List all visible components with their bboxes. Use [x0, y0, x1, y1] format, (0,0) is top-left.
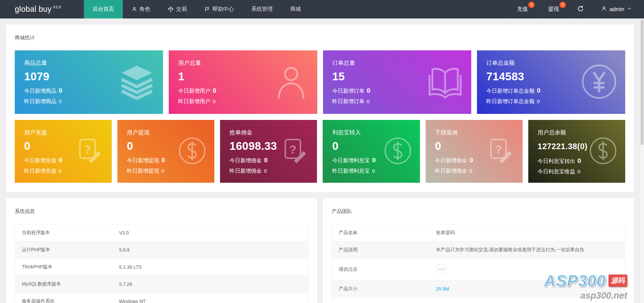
- subline-value: 0: [161, 157, 165, 164]
- nav-item-help-center[interactable]: 帮助中心: [196, 0, 243, 18]
- subline-value: 0: [59, 98, 61, 104]
- stats-cards-row1: 商品总量1079今日新增商品0昨日新增商品0用户总量1今日新增用户0昨日新增用户…: [15, 50, 625, 114]
- book-icon: [427, 63, 463, 101]
- system-info-row-label: 当前程序版本: [15, 224, 113, 242]
- subline-label: 今日利息宝收益: [538, 169, 575, 174]
- subline-value: 0: [372, 168, 375, 174]
- layers-icon: [119, 63, 155, 101]
- nav-item-label: 帮助中心: [212, 6, 234, 13]
- subline-label: 昨日新增用户: [178, 98, 210, 104]
- svg-text:?: ?: [84, 142, 92, 156]
- stat-card-label: 用户总余额: [538, 129, 625, 136]
- subline-label: 今日新增商品: [24, 88, 56, 94]
- subline-value: 0: [264, 157, 268, 164]
- stat-card-subline: 昨日新增佣金0: [229, 168, 317, 175]
- system-info-row-value: 5.1.38 LTS: [112, 259, 308, 276]
- product-team-row-value: 抢单源码: [429, 224, 625, 242]
- system-info-panel: 系统信息 当前程序版本V3.0运行PHP版本5.6.9ThinkPHP版本5.1…: [6, 198, 317, 303]
- product-team-row-label: 数据库: [332, 298, 430, 303]
- scrollbar-thumb[interactable]: [641, 19, 644, 145]
- subline-label: 今日新增订单: [332, 88, 365, 94]
- subline-label: 昨日新增订单: [332, 98, 365, 104]
- system-info-row-label: MySQL数据库版本: [15, 276, 113, 293]
- subline-label: 今日新增充值: [24, 158, 56, 163]
- subline-value: 0: [578, 157, 581, 164]
- user-menu[interactable]: admin: [592, 0, 644, 18]
- subline-value: 0: [578, 169, 580, 174]
- stat-card-label: 用户提现: [127, 129, 214, 136]
- nav-item-label: 后台首页: [93, 6, 114, 13]
- subline-value: 0: [537, 87, 541, 94]
- stat-card-subline: 昨日新增佣金0: [435, 168, 523, 175]
- system-info-title: 系统信息: [15, 208, 308, 215]
- subline-label: 今日新增佣金: [435, 158, 467, 163]
- subline-value: 0: [367, 98, 370, 104]
- nav-item-mall[interactable]: 商城: [281, 0, 310, 18]
- refresh-button[interactable]: [569, 0, 592, 18]
- user-small-icon: [131, 6, 137, 12]
- stat-card-user-balance: 用户总余额127221.38(0)今日利息宝转出0今日利息宝收益0: [528, 120, 625, 183]
- system-info-row: 服务器操作系统Windows NT: [15, 293, 308, 303]
- doc-question-icon: ?: [75, 137, 104, 166]
- stat-card-label: 下级返佣: [435, 129, 523, 136]
- mall-stats-title: 商城统计: [15, 35, 625, 41]
- subline-label: 昨日新增佣金: [435, 168, 467, 174]
- subline-value: 0: [59, 168, 61, 174]
- dollar-circle-icon: [384, 137, 412, 166]
- product-team-row: 产品说明本产品只为学习测试交流,请勿要做商业或者用于违法行为,一切后果自负: [332, 242, 625, 259]
- product-team-table: 产品名称抢单源码产品说明本产品只为学习测试交流,请勿要做商业或者用于违法行为,一…: [332, 224, 625, 303]
- stat-card-user-withdraw: 用户提现0今日新增提现0昨日新增提现0: [117, 120, 214, 183]
- stat-card-subline: 昨日新增提现0: [127, 168, 214, 175]
- stat-card-yuebao-in: 利息宝转入0今日新增利息宝0昨日新增利息宝0: [323, 120, 420, 183]
- product-team-row-label: 产品名称: [332, 224, 430, 242]
- dollar-circle-icon: [178, 137, 206, 166]
- nav-item-roles[interactable]: 角色: [123, 0, 159, 18]
- subline-value: 0: [470, 168, 472, 174]
- product-team-row: 请勿点击404: [332, 259, 625, 280]
- chevron-up-icon: [627, 6, 632, 12]
- subline-label: 昨日新增商品: [24, 98, 56, 104]
- refresh-icon: [577, 5, 584, 13]
- nav-item-home[interactable]: 后台首页: [84, 0, 123, 18]
- system-info-row-value: 5.6.9: [112, 242, 308, 259]
- subline-value: 0: [213, 87, 216, 94]
- doc-question-icon: ?: [486, 137, 515, 166]
- flag-icon: [204, 6, 210, 12]
- product-team-row: 产品名称抢单源码: [332, 224, 625, 242]
- bottom-panels: 系统信息 当前程序版本V3.0运行PHP版本5.6.9ThinkPHP版本5.1…: [6, 198, 634, 303]
- scale-icon: [168, 6, 174, 12]
- subline-label: 昨日新增提现: [127, 168, 159, 174]
- recharge-button-label: 充值: [517, 6, 528, 13]
- main-content: 商城统计 商品总量1079今日新增商品0昨日新增商品0用户总量1今日新增用户0昨…: [0, 18, 640, 303]
- subline-label: 昨日新增佣金: [229, 168, 262, 174]
- stat-card-subline: 昨日新增利息宝0: [332, 168, 420, 175]
- stat-card-label: 用户充值: [24, 129, 112, 136]
- nav-item-label: 系统管理: [251, 6, 273, 13]
- 404-circle-badge[interactable]: 404: [436, 264, 447, 275]
- system-info-row-label: 服务器操作系统: [15, 293, 113, 303]
- recharge-button[interactable]: 充值 0: [506, 0, 538, 18]
- stats-cards-row2: 用户充值0今日新增充值0昨日新增充值0?用户提现0今日新增提现0昨日新增提现0抢…: [15, 120, 625, 183]
- svg-text:?: ?: [289, 142, 297, 156]
- nav-item-system-manage[interactable]: 系统管理: [243, 0, 281, 18]
- subline-label: 昨日新增利息宝: [332, 168, 370, 174]
- subline-label: 今日新增订单总金额: [486, 88, 535, 94]
- stat-card-sub-rebate: 下级返佣0今日新增佣金0昨日新增佣金0?: [426, 120, 523, 183]
- stat-card-users-total: 用户总量1今日新增用户0昨日新增用户0: [169, 50, 317, 114]
- withdraw-badge: 0: [559, 2, 566, 8]
- main-nav: 后台首页角色交易帮助中心系统管理商城: [84, 0, 310, 18]
- system-info-row-label: 运行PHP版本: [15, 242, 113, 259]
- system-info-row-value: Windows NT: [112, 293, 308, 303]
- product-team-link[interactable]: 25.5M: [436, 286, 449, 292]
- nav-item-trade[interactable]: 交易: [159, 0, 196, 18]
- withdraw-button-label: 提现: [548, 6, 559, 13]
- stat-card-label: 利息宝转入: [332, 129, 420, 136]
- page-scrollbar: [640, 18, 644, 303]
- withdraw-button[interactable]: 提现 0: [538, 0, 569, 18]
- system-info-row: ThinkPHP版本5.1.38 LTS: [15, 259, 308, 276]
- system-info-row: 当前程序版本V3.0: [15, 224, 308, 242]
- subline-value: 0: [470, 157, 473, 164]
- subline-label: 昨日新增充值: [24, 168, 56, 174]
- header-right-actions: 充值 0 提现 0 admin: [506, 0, 644, 18]
- product-team-row-label: 产品大小: [332, 280, 430, 298]
